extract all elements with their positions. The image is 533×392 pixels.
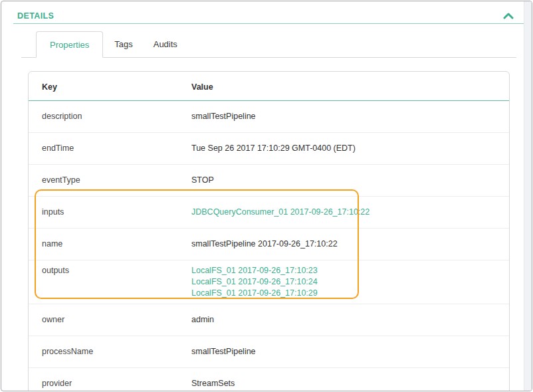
table-row-owner: owneradmin	[29, 304, 509, 336]
table-row-name: namesmallTestPipeline 2017-09-26_17:10:2…	[29, 229, 509, 260]
row-value: smallTestPipeline	[191, 111, 509, 122]
table-body: descriptionsmallTestPipelineendTimeTue S…	[29, 101, 509, 391]
panel-header: DETAILS	[1, 1, 524, 23]
value-link[interactable]: JDBCQueryConsumer_01 2017-09-26_17:10:22	[191, 207, 501, 218]
table-row-description: descriptionsmallTestPipeline	[29, 101, 509, 133]
row-key: outputs	[29, 265, 191, 299]
chevron-up-icon	[503, 13, 514, 19]
details-panel: DETAILS PropertiesTagsAudits Key Value d…	[1, 1, 532, 391]
table-row-processName: processNamesmallTestPipeline	[29, 336, 509, 368]
tab-bar: PropertiesTagsAudits	[21, 31, 516, 58]
value-link[interactable]: LocalFS_01 2017-09-26_17:10:23	[191, 265, 501, 276]
row-key: provider	[29, 378, 191, 389]
details-panel-content: DETAILS PropertiesTagsAudits Key Value d…	[1, 1, 524, 391]
row-key: name	[29, 239, 191, 250]
row-value: admin	[191, 314, 509, 326]
tab-properties[interactable]: Properties	[36, 31, 103, 58]
collapse-button[interactable]	[502, 11, 515, 21]
scrollbar-track[interactable]	[524, 1, 532, 391]
table-row-inputs: inputsJDBCQueryConsumer_01 2017-09-26_17…	[29, 197, 509, 229]
row-key: owner	[29, 314, 191, 326]
header-divider	[13, 23, 524, 24]
row-key: endTime	[29, 143, 191, 154]
row-value: LocalFS_01 2017-09-26_17:10:23LocalFS_01…	[191, 265, 509, 299]
row-value: StreamSets	[191, 378, 509, 389]
value-link[interactable]: LocalFS_01 2017-09-26_17:10:24	[191, 276, 501, 288]
table-row-eventType: eventTypeSTOP	[29, 165, 509, 197]
row-value: smallTestPipeline 2017-09-26_17:10:22	[191, 239, 509, 250]
row-value: smallTestPipeline	[191, 346, 509, 357]
table-row-provider: providerStreamSets	[29, 368, 509, 391]
row-key: processName	[29, 346, 191, 357]
row-key: description	[29, 111, 191, 122]
row-key: eventType	[29, 175, 191, 186]
column-header-key: Key	[29, 82, 191, 92]
column-header-value: Value	[191, 82, 509, 92]
panel-title: DETAILS	[17, 11, 54, 21]
properties-table: Key Value descriptionsmallTestPipelineen…	[28, 71, 510, 391]
row-value: Tue Sep 26 2017 17:10:29 GMT-0400 (EDT)	[191, 143, 509, 154]
table-row-endTime: endTimeTue Sep 26 2017 17:10:29 GMT-0400…	[29, 133, 509, 165]
table-row-outputs: outputsLocalFS_01 2017-09-26_17:10:23Loc…	[29, 260, 509, 304]
tab-audits[interactable]: Audits	[144, 31, 187, 57]
table-header-row: Key Value	[29, 72, 509, 101]
row-value: STOP	[191, 175, 509, 186]
value-link[interactable]: LocalFS_01 2017-09-26_17:10:29	[191, 288, 501, 299]
row-key: inputs	[29, 207, 191, 218]
tab-tags[interactable]: Tags	[105, 31, 142, 57]
row-value: JDBCQueryConsumer_01 2017-09-26_17:10:22	[191, 207, 509, 218]
